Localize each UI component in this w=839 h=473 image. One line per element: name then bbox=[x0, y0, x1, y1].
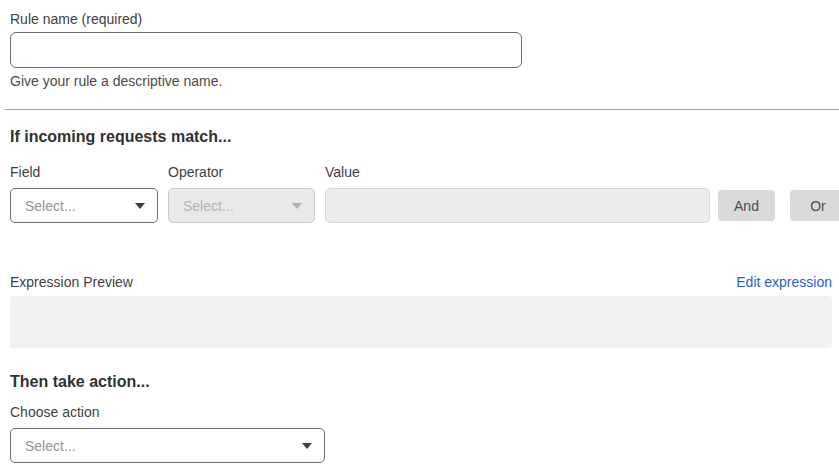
caret-down-icon bbox=[135, 203, 145, 209]
or-button[interactable]: Or bbox=[790, 190, 839, 221]
field-select-value: Select... bbox=[25, 198, 76, 214]
expression-preview-panel bbox=[10, 296, 832, 348]
field-column: Field Select... bbox=[10, 164, 158, 223]
caret-down-icon bbox=[292, 203, 302, 209]
field-label: Field bbox=[10, 164, 158, 181]
rule-name-helper-text: Give your rule a descriptive name. bbox=[10, 73, 832, 90]
value-column: Value bbox=[325, 164, 710, 223]
action-section-heading: Then take action... bbox=[10, 372, 832, 391]
condition-row: Field Select... Operator Select... Value… bbox=[10, 164, 832, 223]
rule-name-input[interactable] bbox=[10, 32, 522, 68]
field-select[interactable]: Select... bbox=[10, 188, 158, 223]
operator-label: Operator bbox=[168, 164, 315, 181]
section-divider bbox=[5, 109, 839, 110]
match-section-heading: If incoming requests match... bbox=[10, 127, 832, 146]
caret-down-icon bbox=[302, 443, 312, 449]
expression-preview-label: Expression Preview bbox=[10, 274, 133, 291]
and-button[interactable]: And bbox=[718, 190, 775, 221]
operator-select-value: Select... bbox=[183, 198, 234, 214]
choose-action-select-value: Select... bbox=[25, 438, 76, 454]
value-input bbox=[325, 188, 710, 223]
value-label: Value bbox=[325, 164, 710, 181]
edit-expression-link[interactable]: Edit expression bbox=[736, 274, 832, 290]
choose-action-label: Choose action bbox=[10, 404, 832, 421]
expression-preview-header: Expression Preview Edit expression bbox=[10, 274, 832, 291]
action-column: Select... bbox=[10, 428, 325, 463]
rule-name-label: Rule name (required) bbox=[10, 11, 142, 27]
operator-select: Select... bbox=[168, 188, 315, 223]
operator-column: Operator Select... bbox=[168, 164, 315, 223]
choose-action-select[interactable]: Select... bbox=[10, 428, 325, 463]
rule-builder-form: Rule name (required) Give your rule a de… bbox=[0, 0, 839, 473]
